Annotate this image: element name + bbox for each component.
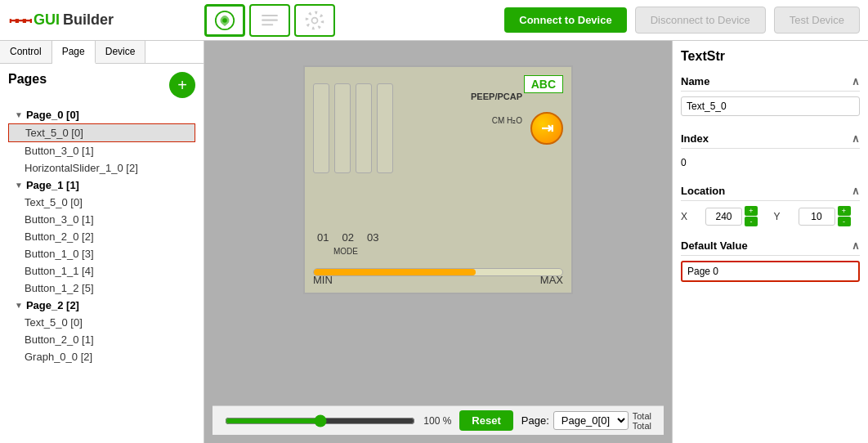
tree-child-p1-btn20-label: Button_2_0 [2] — [25, 230, 94, 243]
prop-y-input[interactable] — [799, 208, 835, 226]
tree-child-p2-btn20[interactable]: Button_2_0 [1] — [8, 331, 195, 348]
prop-name-label: Name — [681, 75, 709, 87]
tree-child-p2-btn20-label: Button_2_0 [1] — [25, 333, 94, 346]
canvas-area: ABC PEEP/PCAP CM H₂O ⇥ 01 02 03 MODE — [204, 41, 672, 443]
logo-gui: GUI — [34, 11, 60, 29]
tree-page-2[interactable]: ▼ Page_2 [2] — [8, 297, 195, 314]
tree-child-text50[interactable]: Text_5_0 [0] — [8, 123, 195, 142]
screen-text-widget[interactable]: ABC — [524, 75, 563, 93]
screen-label-peep: PEEP/PCAP — [471, 92, 522, 101]
screen-max-label: MAX — [540, 274, 563, 286]
prop-location-collapse[interactable]: ∧ — [852, 185, 860, 197]
screen-vslider-3[interactable] — [356, 83, 372, 173]
tree-child-p2-graph00[interactable]: Graph_0_0 [2] — [8, 348, 195, 365]
prop-default-label: Default Value — [681, 239, 748, 252]
svg-rect-3 — [262, 19, 278, 20]
tree-child-hslider10[interactable]: HorizontalSlider_1_0 [2] — [8, 159, 195, 177]
tree-child-p1-text50[interactable]: Text_5_0 [0] — [8, 194, 195, 211]
svg-point-5 — [312, 17, 318, 23]
add-page-button[interactable]: + — [169, 72, 195, 98]
connect-button[interactable]: Connect to Device — [504, 7, 626, 33]
tree-child-p2-text50[interactable]: Text_5_0 [0] — [8, 314, 195, 331]
prop-y-stepper-btns: + - — [838, 206, 851, 226]
prop-y-increment[interactable]: + — [838, 206, 851, 216]
tree-child-button30[interactable]: Button_3_0 [1] — [8, 142, 195, 159]
header: ꟷꟷꟷ GUI Builder — [0, 0, 868, 41]
sidebar-tabs: Control Page Device — [0, 41, 204, 64]
prop-section-index-header: Index ∧ — [681, 129, 860, 149]
tree-child-p1-btn30[interactable]: Button_3_0 [1] — [8, 211, 195, 228]
tree-page-2-label: Page_2 [2] — [26, 299, 79, 311]
main: Control Page Device Pages + ▼ Page_0 [0]… — [0, 41, 868, 443]
prop-section-default-header: Default Value ∧ — [681, 236, 860, 256]
prop-name-input[interactable] — [681, 96, 860, 116]
page-label-text: Page: — [521, 414, 549, 427]
logo-icon: ꟷꟷꟷ — [8, 10, 30, 31]
screen-vslider-4[interactable] — [377, 83, 393, 173]
tab-control[interactable]: Control — [0, 41, 52, 63]
prop-x-increment[interactable]: + — [745, 206, 758, 216]
prop-x-decrement[interactable]: - — [745, 217, 758, 226]
prop-section-location-header: Location ∧ — [681, 181, 860, 201]
test-button: Test Device — [774, 7, 860, 34]
screen-mode-02: 02 — [342, 231, 353, 244]
page-label: Page: Page_0[0] Page_1[1] Page_2[2] Tota… — [521, 411, 651, 431]
prop-section-location: Location ∧ X + - Y + - — [681, 181, 860, 226]
tree-child-p1-btn12[interactable]: Button_1_2 [5] — [8, 280, 195, 297]
prop-name-collapse[interactable]: ∧ — [852, 75, 860, 87]
prop-index-value: 0 — [681, 154, 860, 172]
prop-x-label: X — [681, 211, 705, 222]
prop-y-label: Y — [774, 211, 799, 222]
page-select[interactable]: Page_0[0] Page_1[1] Page_2[2] — [553, 411, 629, 430]
prop-y-decrement[interactable]: - — [838, 217, 851, 226]
tree-child-hslider10-label: HorizontalSlider_1_0 [2] — [25, 162, 138, 174]
tab-page[interactable]: Page — [52, 41, 96, 64]
screen-modes: 01 02 03 — [317, 231, 378, 244]
screen-min-max: MIN MAX — [313, 274, 563, 286]
prop-x-input[interactable] — [705, 208, 742, 226]
prop-index-label: Index — [681, 132, 709, 145]
arrow-page-0: ▼ — [15, 110, 23, 119]
screen-vslider-1[interactable] — [313, 83, 329, 173]
prop-x-stepper-btns: + - — [745, 206, 758, 226]
reset-button[interactable]: Reset — [459, 410, 512, 431]
sidebar-title: Pages — [8, 72, 47, 86]
tree-child-p2-graph00-label: Graph_0_0 [2] — [25, 351, 92, 363]
screen-mode-label: MODE — [333, 247, 358, 256]
total-text: TotalTotal — [633, 411, 651, 431]
nav-btn-settings[interactable] — [294, 4, 335, 37]
tab-device[interactable]: Device — [96, 41, 146, 63]
tree-child-p1-text50-label: Text_5_0 [0] — [25, 196, 83, 208]
prop-x-stepper: + - — [705, 206, 767, 226]
screen-button-arrow-icon: ⇥ — [541, 119, 553, 137]
screen-mode-03: 03 — [367, 231, 378, 244]
prop-default-input[interactable] — [681, 261, 860, 282]
nav-btn-pages[interactable] — [204, 4, 245, 37]
prop-section-name-header: Name ∧ — [681, 72, 860, 92]
page-tree: ▼ Page_0 [0] Text_5_0 [0] Button_3_0 [1]… — [8, 106, 195, 365]
tree-child-text50-label: Text_5_0 [0] — [25, 127, 83, 139]
tree-child-p1-btn30-label: Button_3_0 [1] — [25, 213, 94, 226]
zoom-percent: 100 % — [423, 415, 451, 427]
device-screen: ABC PEEP/PCAP CM H₂O ⇥ 01 02 03 MODE — [303, 65, 573, 294]
arrow-page-2: ▼ — [15, 301, 23, 310]
tree-page-0-label: Page_0 [0] — [26, 109, 79, 121]
prop-section-name: Name ∧ — [681, 72, 860, 119]
arrow-page-1: ▼ — [15, 181, 23, 190]
zoom-slider[interactable] — [225, 414, 415, 427]
tree-child-button30-label: Button_3_0 [1] — [25, 145, 94, 157]
screen-round-button[interactable]: ⇥ — [530, 112, 563, 145]
tree-page-0[interactable]: ▼ Page_0 [0] — [8, 106, 195, 123]
tree-page-1[interactable]: ▼ Page_1 [1] — [8, 177, 195, 194]
bottom-bar: 100 % Reset Page: Page_0[0] Page_1[1] Pa… — [213, 405, 664, 435]
screen-vslider-2[interactable] — [334, 83, 351, 173]
tree-child-p1-btn20[interactable]: Button_2_0 [2] — [8, 228, 195, 245]
tree-child-p1-btn10[interactable]: Button_1_0 [3] — [8, 245, 195, 262]
prop-index-collapse[interactable]: ∧ — [852, 132, 860, 145]
prop-default-collapse[interactable]: ∧ — [852, 239, 860, 252]
svg-rect-2 — [262, 15, 278, 16]
tree-child-p1-btn12-label: Button_1_2 [5] — [25, 282, 94, 294]
tree-child-p1-btn11[interactable]: Button_1_1 [4] — [8, 262, 195, 280]
nav-btn-list[interactable] — [249, 4, 290, 37]
disconnect-button: Disconnect to Device — [635, 7, 766, 34]
